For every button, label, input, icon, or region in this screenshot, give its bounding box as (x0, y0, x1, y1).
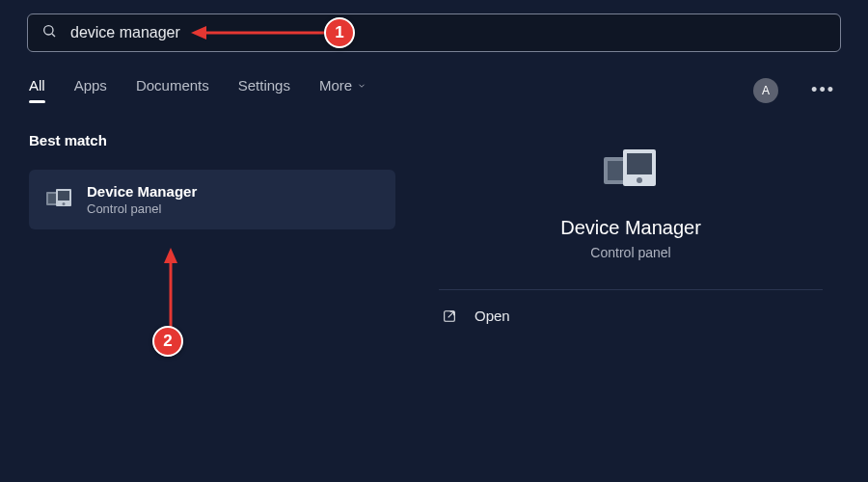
annotation-badge-1: 1 (324, 17, 355, 48)
tab-documents[interactable]: Documents (136, 77, 209, 103)
annotation-arrow-2 (160, 248, 181, 331)
more-options-button[interactable]: ••• (807, 80, 839, 100)
svg-point-0 (44, 26, 53, 35)
search-input[interactable] (70, 24, 827, 41)
open-action[interactable]: Open (442, 308, 510, 324)
detail-subtitle: Control panel (590, 245, 670, 260)
tab-apps[interactable]: Apps (74, 77, 107, 103)
annotation-arrow-1 (191, 22, 328, 43)
best-match-result[interactable]: Device Manager Control panel (29, 170, 395, 229)
svg-marker-17 (164, 248, 177, 263)
detail-device-manager-icon (602, 147, 660, 196)
result-subtitle: Control panel (87, 201, 197, 216)
svg-marker-15 (191, 26, 206, 40)
svg-rect-10 (627, 153, 652, 174)
tab-all[interactable]: All (29, 77, 45, 103)
device-manager-icon (46, 187, 71, 212)
user-avatar[interactable]: A (753, 78, 778, 103)
tab-more-label: More (319, 77, 352, 94)
chevron-down-icon (357, 81, 366, 91)
divider (439, 289, 822, 290)
section-title-best-match: Best match (29, 132, 395, 148)
tab-settings[interactable]: Settings (238, 77, 290, 103)
svg-rect-5 (58, 191, 69, 201)
svg-line-1 (52, 34, 55, 37)
search-icon (41, 23, 57, 42)
open-label: Open (475, 308, 510, 324)
detail-title: Device Manager (560, 217, 701, 239)
tab-more[interactable]: More (319, 77, 366, 103)
svg-line-13 (448, 311, 454, 317)
open-external-icon (442, 308, 457, 324)
search-box[interactable] (27, 13, 841, 52)
svg-point-6 (63, 202, 66, 205)
result-title: Device Manager (87, 183, 197, 200)
annotation-badge-2: 2 (152, 326, 183, 357)
svg-point-11 (637, 177, 642, 183)
